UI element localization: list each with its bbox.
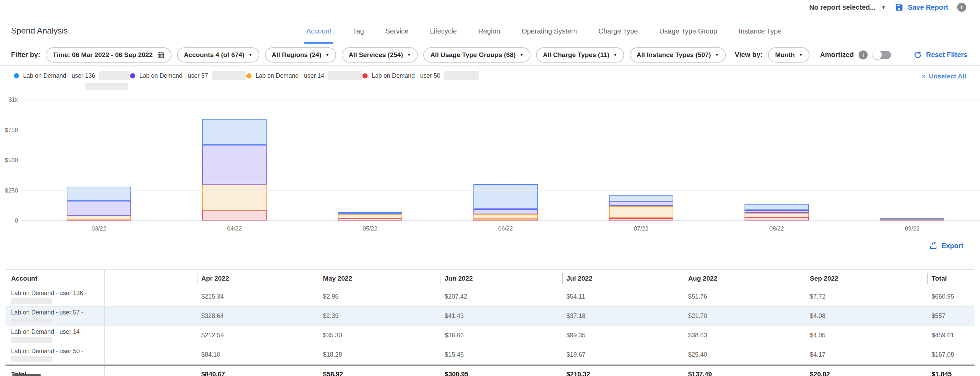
cell-value: $20.02 xyxy=(810,370,830,376)
tab-lifecycle[interactable]: Lifecycle xyxy=(428,27,459,44)
chevron-down-icon: ▼ xyxy=(325,53,329,57)
column-header-jul-2022[interactable]: Jul 2022 xyxy=(562,270,684,287)
tab-operating-system[interactable]: Operating System xyxy=(519,27,579,44)
bar-segment-lab-on-demand-user-14[interactable] xyxy=(609,206,673,218)
legend-item-lab-on-demand-user-50[interactable]: Lab on Demand - user 50 xyxy=(363,71,479,90)
table-row-lab-on-demand-user-57[interactable]: Lab on Demand - user 57 -$328.64$2.39$41… xyxy=(6,306,974,326)
column-header-sep-2022[interactable]: Sep 2022 xyxy=(806,270,928,287)
export-button[interactable]: Export xyxy=(929,241,963,250)
x-axis-tick-label: 03/22 xyxy=(31,225,167,232)
value-cell: $21.70 xyxy=(684,306,806,325)
bar-segment-lab-on-demand-user-136[interactable] xyxy=(338,212,402,214)
bar-segment-lab-on-demand-user-14[interactable] xyxy=(338,214,402,218)
filter-dropdown-all-regions-24[interactable]: All Regions (24)▼ xyxy=(265,48,336,63)
view-by-value: Month xyxy=(775,51,795,59)
value-cell: $19.67 xyxy=(562,345,684,364)
export-icon xyxy=(929,241,937,250)
bar-segment-lab-on-demand-user-14[interactable] xyxy=(67,216,131,220)
table-row-lab-on-demand-user-14[interactable]: Lab on Demand - user 14 -$212.59$35.30$3… xyxy=(6,326,974,345)
tab-service[interactable]: Service xyxy=(383,27,411,44)
filter-dropdown-all-usage-type-groups-68[interactable]: All Usage Type Groups (68)▼ xyxy=(423,48,530,63)
tab-tag[interactable]: Tag xyxy=(351,27,366,44)
amortized-toggle[interactable] xyxy=(872,51,891,59)
spacer-cell xyxy=(105,326,197,345)
bar-segment-lab-on-demand-user-57[interactable] xyxy=(202,145,267,184)
x-axis-tick-label: 09/22 xyxy=(845,225,980,232)
info-icon[interactable]: i xyxy=(957,3,966,12)
column-header-total[interactable]: Total xyxy=(928,270,974,287)
filter-dropdown-all-instance-types-507[interactable]: All Instance Types (507)▼ xyxy=(630,48,726,63)
table-total-row: Total$840.67$58.92$300.95$210.32$137.49$… xyxy=(6,365,974,376)
horizontal-scrollbar-thumb[interactable] xyxy=(13,374,41,376)
tab-instance-type[interactable]: Instance Type xyxy=(737,27,784,44)
cell-value: $557 xyxy=(932,313,945,320)
total-value-cell: $840.67 xyxy=(197,366,319,376)
top-bar: No report selected... ▼ Save Report i xyxy=(0,0,980,14)
bar-segment-lab-on-demand-user-136[interactable] xyxy=(202,119,267,145)
report-selector-dropdown[interactable]: No report selected... ▼ xyxy=(809,3,886,11)
bar-segment-lab-on-demand-user-136[interactable] xyxy=(473,184,538,209)
bar-segment-lab-on-demand-user-57[interactable] xyxy=(473,209,538,214)
cell-value: $1,845 xyxy=(932,370,951,376)
filter-dropdown-accounts-4-of-674[interactable]: Accounts 4 (of 674)▼ xyxy=(177,48,259,63)
bar-segment-lab-on-demand-user-136[interactable] xyxy=(67,187,131,201)
value-cell: $35.30 xyxy=(319,326,441,345)
bar-segment-lab-on-demand-user-57[interactable] xyxy=(67,201,131,216)
amortized-info-icon[interactable]: i xyxy=(859,51,868,59)
x-axis-tick-label: 04/22 xyxy=(167,225,302,232)
bar-segment-lab-on-demand-user-50[interactable] xyxy=(202,211,267,221)
filter-dropdown-all-charge-types-11[interactable]: All Charge Types (11)▼ xyxy=(536,48,624,63)
reset-filters-button[interactable]: Reset Filters xyxy=(913,51,967,59)
bar-segment-lab-on-demand-user-136[interactable] xyxy=(880,218,944,219)
tab-region[interactable]: Region xyxy=(476,27,502,44)
bar-segment-lab-on-demand-user-50[interactable] xyxy=(745,217,809,221)
column-header-may-2022[interactable]: May 2022 xyxy=(319,270,441,287)
bar-segment-lab-on-demand-user-14[interactable] xyxy=(745,213,809,218)
total-value-cell: $58.92 xyxy=(319,366,441,376)
account-cell-inner: Lab on Demand - user 57 - xyxy=(11,309,83,324)
table-row-lab-on-demand-user-50[interactable]: Lab on Demand - user 50 -$84.10$18.28$15… xyxy=(6,345,974,365)
cell-value: $4.05 xyxy=(810,332,826,339)
cell-value: $37.18 xyxy=(566,313,585,320)
legend-line: Lab on Demand - user 57 xyxy=(130,71,246,80)
column-header-aug-2022[interactable]: Aug 2022 xyxy=(684,270,806,287)
save-report-button[interactable]: Save Report xyxy=(894,3,948,12)
redacted-text xyxy=(99,71,130,80)
filter-dropdown-all-services-254[interactable]: All Services (254)▼ xyxy=(342,48,418,63)
tab-charge-type[interactable]: Charge Type xyxy=(597,27,640,44)
bar-segment-lab-on-demand-user-14[interactable] xyxy=(473,214,538,219)
bar-segment-lab-on-demand-user-14[interactable] xyxy=(202,184,267,210)
value-cell: $459.61 xyxy=(928,326,974,345)
tab-usage-type-group[interactable]: Usage Type Group xyxy=(657,27,720,44)
legend-label: Lab on Demand - user 57 xyxy=(139,72,208,79)
account-cell-inner: Lab on Demand - user 50 - xyxy=(11,347,83,362)
filter-dropdown-label: Accounts 4 (of 674) xyxy=(184,51,245,59)
column-header-jun-2022[interactable]: Jun 2022 xyxy=(441,270,562,287)
bar-segment-lab-on-demand-user-57[interactable] xyxy=(609,201,673,206)
toggle-knob xyxy=(872,50,882,59)
column-header-apr-2022[interactable]: Apr 2022 xyxy=(197,270,319,287)
cell-value: $38.63 xyxy=(688,332,707,339)
filter-dropdowns: Accounts 4 (of 674)▼All Regions (24)▼All… xyxy=(177,48,726,63)
cell-value: $459.61 xyxy=(932,332,954,339)
unselect-all-button[interactable]: × Unselect All xyxy=(921,73,966,80)
table-row-lab-on-demand-user-136[interactable]: Lab on Demand - user 136 -$215.34$2.95$2… xyxy=(6,287,974,306)
cell-value: $210.32 xyxy=(566,370,590,376)
bar-segment-lab-on-demand-user-136[interactable] xyxy=(609,195,673,201)
legend-dot-icon xyxy=(14,73,19,78)
cell-value: $207.42 xyxy=(445,293,467,300)
view-by-dropdown[interactable]: Month ▼ xyxy=(768,48,810,63)
total-value-cell: $300.95 xyxy=(441,366,562,376)
bar-segment-lab-on-demand-user-57[interactable] xyxy=(745,210,809,213)
legend-item-lab-on-demand-user-136[interactable]: Lab on Demand - user 136 xyxy=(14,71,130,90)
unselect-all-label: Unselect All xyxy=(929,73,966,80)
value-cell: $4.05 xyxy=(806,326,928,345)
cell-value: $840.67 xyxy=(201,370,225,376)
time-filter[interactable]: Time: 06 Mar 2022 - 06 Sep 2022 xyxy=(46,48,171,63)
bar-segment-lab-on-demand-user-50[interactable] xyxy=(609,218,673,221)
tab-account[interactable]: Account xyxy=(304,27,333,44)
legend-item-lab-on-demand-user-14[interactable]: Lab on Demand - user 14 xyxy=(246,71,363,90)
total-value-cell: $1,845 xyxy=(928,366,974,376)
bar-segment-lab-on-demand-user-136[interactable] xyxy=(745,204,809,210)
legend-item-lab-on-demand-user-57[interactable]: Lab on Demand - user 57 xyxy=(130,71,246,90)
